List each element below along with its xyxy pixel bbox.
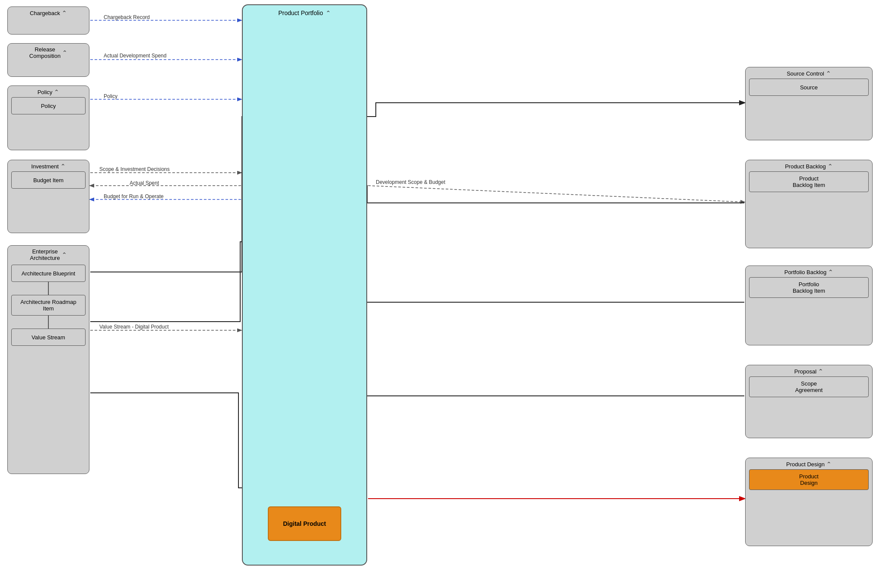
digital-product-box: Digital Product: [268, 506, 341, 541]
policy-inner: Policy: [11, 97, 86, 114]
release-composition-box: ReleaseComposition ⌃: [7, 43, 89, 77]
release-composition-title: ReleaseComposition ⌃: [11, 46, 86, 59]
enterprise-architecture-title: EnterpriseArchitecture ⌃: [11, 248, 86, 261]
policy-box: Policy ⌃ Policy: [7, 85, 89, 150]
portfolio-backlog-item-inner: PortfolioBacklog Item: [749, 277, 869, 298]
portfolio-box: Product Portfolio ⌃ Digital Product: [242, 4, 367, 566]
chargeback-box: Chargeback ⌃: [7, 6, 89, 35]
product-backlog-title: Product Backlog ⌃: [749, 163, 869, 170]
release-composition-chevron-icon: ⌃: [62, 49, 67, 56]
source-control-chevron-icon: ⌃: [826, 70, 831, 77]
architecture-blueprint-inner: Architecture Blueprint: [11, 265, 86, 282]
architecture-roadmap-inner: Architecture Roadmap Item: [11, 295, 86, 316]
portfolio-title: Product Portfolio ⌃: [243, 5, 366, 19]
label-actual-spent: Actual Spent: [130, 180, 159, 186]
source-inner: Source: [749, 79, 869, 96]
value-stream-inner: Value Stream: [11, 329, 86, 346]
investment-box: Investment ⌃ Budget Item: [7, 160, 89, 233]
portfolio-backlog-box: Portfolio Backlog ⌃ PortfolioBacklog Ite…: [745, 266, 873, 345]
policy-chevron-icon: ⌃: [54, 89, 59, 95]
product-backlog-item-inner: ProductBacklog Item: [749, 171, 869, 192]
investment-inner: Budget Item: [11, 171, 86, 189]
portfolio-chevron-icon: ⌃: [326, 9, 331, 16]
policy-title: Policy ⌃: [11, 89, 86, 95]
portfolio-label: Product Portfolio: [278, 9, 323, 16]
portfolio-backlog-chevron-icon: ⌃: [828, 269, 833, 275]
chargeback-chevron-icon: ⌃: [62, 9, 67, 16]
source-control-box: Source Control ⌃ Source: [745, 67, 873, 140]
portfolio-backlog-title: Portfolio Backlog ⌃: [749, 269, 869, 275]
label-budget-run: Budget for Run & Operate: [104, 193, 164, 199]
chargeback-title: Chargeback ⌃: [11, 9, 86, 16]
label-chargeback-record: Chargeback Record: [104, 14, 150, 20]
enterprise-architecture-box: EnterpriseArchitecture ⌃ Architecture Bl…: [7, 245, 89, 474]
proposal-box: Proposal ⌃ ScopeAgreement: [745, 365, 873, 438]
product-design-inner: ProductDesign: [749, 469, 869, 490]
product-backlog-box: Product Backlog ⌃ ProductBacklog Item: [745, 160, 873, 248]
product-design-box: Product Design ⌃ ProductDesign: [745, 458, 873, 546]
investment-chevron-icon: ⌃: [60, 163, 66, 170]
label-actual-dev-spend: Actual Development Spend: [104, 53, 166, 59]
label-policy: Policy: [104, 93, 117, 99]
svg-line-7: [368, 186, 744, 202]
label-scope-investment: Scope & Investment Decisions: [99, 166, 170, 172]
proposal-title: Proposal ⌃: [749, 368, 869, 375]
label-value-stream: Value Stream - Digital Product: [99, 324, 169, 330]
enterprise-architecture-chevron-icon: ⌃: [62, 251, 67, 258]
label-dev-scope-budget: Development Scope & Budget: [376, 179, 445, 185]
product-backlog-chevron-icon: ⌃: [828, 163, 833, 170]
investment-title: Investment ⌃: [11, 163, 86, 170]
main-canvas: Chargeback Record Actual Development Spe…: [0, 0, 889, 588]
scope-agreement-inner: ScopeAgreement: [749, 376, 869, 397]
source-control-title: Source Control ⌃: [749, 70, 869, 77]
proposal-chevron-icon: ⌃: [818, 368, 823, 375]
product-design-title: Product Design ⌃: [749, 461, 869, 468]
product-design-chevron-icon: ⌃: [826, 461, 832, 468]
